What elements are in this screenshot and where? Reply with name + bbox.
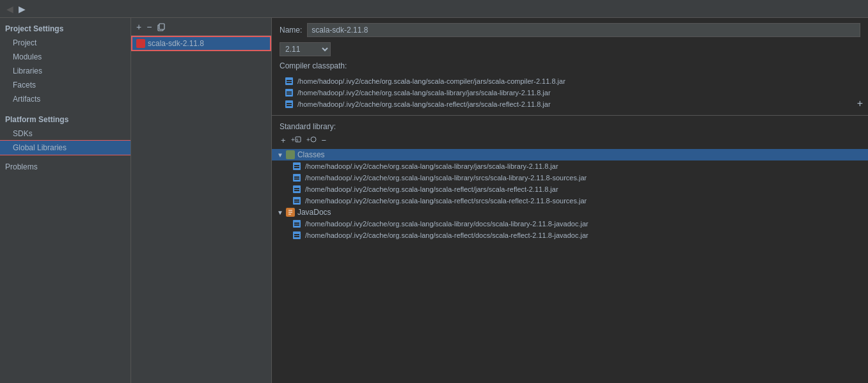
main-content: Project Settings Project Modules Librari… bbox=[0, 18, 868, 383]
center-toolbar: + − bbox=[131, 18, 271, 36]
sidebar: Project Settings Project Modules Librari… bbox=[0, 18, 131, 383]
sidebar-item-global-libraries[interactable]: Global Libraries bbox=[0, 141, 130, 155]
javadocs-chevron: ▼ bbox=[277, 209, 283, 216]
forward-button[interactable]: ▶ bbox=[17, 4, 27, 14]
javadocs-path-1: /home/hadoop/.ivy2/cache/org.scala-lang/… bbox=[305, 231, 588, 239]
sidebar-item-sdks[interactable]: SDKs bbox=[0, 127, 130, 141]
scala-sdk-icon bbox=[136, 39, 145, 48]
javadocs-group-label: JavaDocs bbox=[297, 208, 331, 217]
standard-library-label: Standard library: bbox=[272, 118, 868, 134]
classes-icon bbox=[286, 150, 295, 159]
sidebar-item-facets[interactable]: Facets bbox=[0, 78, 130, 92]
sidebar-item-modules[interactable]: Modules bbox=[0, 50, 130, 64]
svg-text:+: + bbox=[306, 136, 310, 143]
classpath-path-compiler: /home/hadoop/.ivy2/cache/org.scala-lang/… bbox=[297, 77, 565, 85]
sidebar-item-project[interactable]: Project bbox=[0, 36, 130, 50]
classes-group-label: Classes bbox=[297, 150, 325, 159]
project-settings-header: Project Settings bbox=[0, 20, 130, 36]
add-src-icon: + s bbox=[291, 135, 301, 144]
version-select[interactable]: 2.11 2.10 2.12 bbox=[280, 42, 331, 56]
sdk-list: scala-sdk-2.11.8 bbox=[131, 36, 271, 383]
nav-arrows: ◀ ▶ bbox=[5, 4, 27, 14]
classpath-item-reflect[interactable]: /home/hadoop/.ivy2/cache/org.scala-lang/… bbox=[280, 98, 860, 110]
classes-path-2: /home/hadoop/.ivy2/cache/org.scala-lang/… bbox=[305, 185, 558, 193]
classpath-path-library: /home/hadoop/.ivy2/cache/org.scala-lang/… bbox=[297, 89, 551, 97]
jar-icon-jd0 bbox=[292, 219, 301, 228]
jar-icon-cl0 bbox=[292, 162, 301, 171]
name-row: Name: bbox=[280, 23, 860, 37]
sdk-item-scala[interactable]: scala-sdk-2.11.8 bbox=[132, 37, 270, 50]
classes-path-0: /home/hadoop/.ivy2/cache/org.scala-lang/… bbox=[305, 162, 558, 170]
std-add-button[interactable]: + bbox=[280, 136, 287, 145]
sidebar-item-libraries[interactable]: Libraries bbox=[0, 64, 130, 78]
jar-icon-reflect bbox=[285, 100, 294, 109]
classpath-path-reflect: /home/hadoop/.ivy2/cache/org.scala-lang/… bbox=[297, 100, 551, 108]
add-sdk-button[interactable]: + bbox=[135, 22, 143, 32]
classes-item-2[interactable]: /home/hadoop/.ivy2/cache/org.scala-lang/… bbox=[272, 184, 868, 195]
right-panel: Name: 2.11 2.10 2.12 Compiler classpath: bbox=[272, 18, 868, 383]
javadocs-item-1[interactable]: /home/hadoop/.ivy2/cache/org.scala-lang/… bbox=[272, 230, 868, 241]
std-remove-button[interactable]: − bbox=[320, 136, 328, 145]
classes-path-1: /home/hadoop/.ivy2/cache/org.scala-lang/… bbox=[305, 174, 587, 182]
classes-chevron: ▼ bbox=[277, 152, 283, 159]
classes-item-3[interactable]: /home/hadoop/.ivy2/cache/org.scala-lang/… bbox=[272, 195, 868, 207]
std-add-src-button[interactable]: + s bbox=[290, 135, 303, 145]
name-section: Name: 2.11 2.10 2.12 Compiler classpath: bbox=[272, 18, 868, 75]
name-label: Name: bbox=[280, 26, 302, 35]
title-bar: ◀ ▶ bbox=[0, 0, 868, 18]
platform-settings-header: Platform Settings bbox=[0, 111, 130, 127]
javadocs-path-0: /home/hadoop/.ivy2/cache/org.scala-lang/… bbox=[305, 220, 588, 228]
classpath-item-library[interactable]: /home/hadoop/.ivy2/cache/org.scala-lang/… bbox=[280, 87, 860, 98]
jar-icon-cl3 bbox=[292, 196, 301, 205]
classpath-item-compiler[interactable]: /home/hadoop/.ivy2/cache/org.scala-lang/… bbox=[280, 75, 860, 87]
jar-icon-jd1 bbox=[292, 231, 301, 240]
std-add-url-button[interactable]: + bbox=[305, 135, 318, 145]
javadocs-group-header[interactable]: ▼ JavaDocs bbox=[272, 207, 868, 218]
classes-item-1[interactable]: /home/hadoop/.ivy2/cache/org.scala-lang/… bbox=[272, 172, 868, 184]
add-classpath-button[interactable]: + bbox=[857, 98, 863, 109]
jar-icon-library bbox=[285, 88, 294, 97]
std-lib-toolbar: + + s + − bbox=[272, 134, 868, 146]
compiler-classpath-section: /home/hadoop/.ivy2/cache/org.scala-lang/… bbox=[272, 75, 868, 113]
copy-icon bbox=[157, 22, 166, 31]
javadocs-icon bbox=[286, 208, 295, 217]
svg-text:s: s bbox=[296, 137, 299, 142]
classes-item-0[interactable]: /home/hadoop/.ivy2/cache/org.scala-lang/… bbox=[272, 160, 868, 172]
jar-icon-cl1 bbox=[292, 173, 301, 182]
name-input[interactable] bbox=[307, 23, 860, 37]
svg-point-6 bbox=[311, 137, 316, 142]
classes-path-3: /home/hadoop/.ivy2/cache/org.scala-lang/… bbox=[305, 197, 587, 205]
svg-text:+: + bbox=[291, 136, 295, 143]
remove-sdk-button[interactable]: − bbox=[145, 22, 153, 32]
std-lib-tree: ▼ Classes /home/hadoop/.ivy2/cache/org.s… bbox=[272, 149, 868, 241]
jar-icon-cl2 bbox=[292, 185, 301, 194]
back-button[interactable]: ◀ bbox=[5, 4, 15, 14]
center-panel: + − scala-sdk-2.11.8 bbox=[131, 18, 272, 383]
copy-sdk-button[interactable] bbox=[155, 22, 167, 31]
sidebar-item-artifacts[interactable]: Artifacts bbox=[0, 92, 130, 106]
standard-library-section: Standard library: + + s + bbox=[272, 113, 868, 241]
sidebar-item-problems[interactable]: Problems bbox=[0, 160, 130, 174]
javadocs-item-0[interactable]: /home/hadoop/.ivy2/cache/org.scala-lang/… bbox=[272, 218, 868, 230]
classes-group-header[interactable]: ▼ Classes bbox=[272, 149, 868, 160]
jar-icon-compiler bbox=[285, 77, 294, 86]
classes-group: ▼ Classes /home/hadoop/.ivy2/cache/org.s… bbox=[272, 149, 868, 207]
version-dropdown: 2.11 2.10 2.12 bbox=[280, 42, 860, 56]
right-panel-wrapper: Name: 2.11 2.10 2.12 Compiler classpath: bbox=[272, 18, 868, 383]
compiler-classpath-label: Compiler classpath: bbox=[280, 61, 860, 70]
svg-rect-1 bbox=[159, 24, 164, 29]
sdk-item-label: scala-sdk-2.11.8 bbox=[148, 39, 204, 48]
add-url-icon: + bbox=[306, 135, 317, 144]
javadocs-group: ▼ JavaDocs bbox=[272, 207, 868, 241]
